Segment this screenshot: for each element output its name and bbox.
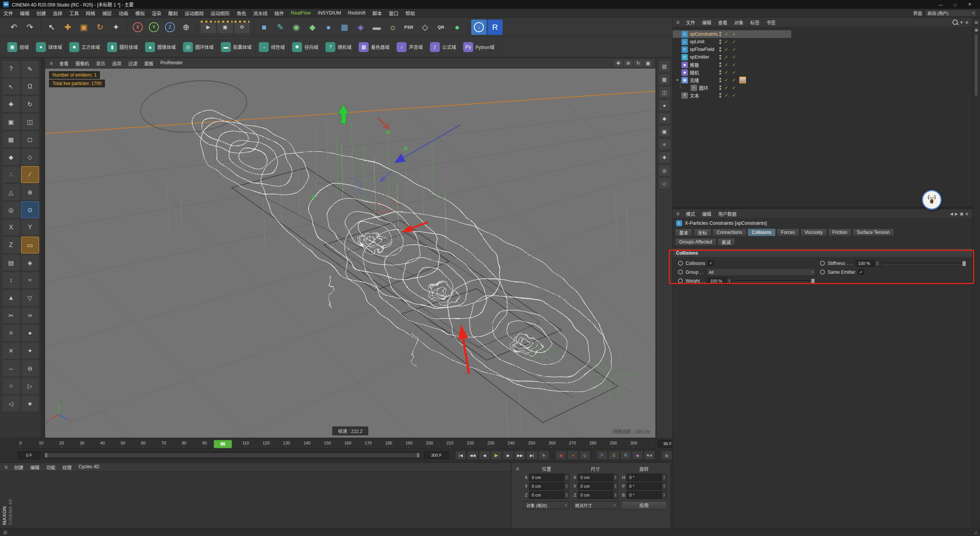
maximize-button[interactable]: □ (948, 0, 962, 9)
weight-field[interactable]: 100 %▲▼ (707, 278, 732, 284)
object-name[interactable]: 圆环 (699, 85, 708, 91)
spinner-icon[interactable]: ▲▼ (613, 492, 618, 498)
object-row[interactable]: T 文本 ✓ ✓ (673, 92, 791, 99)
xpresso-icon[interactable]: ◎ (658, 165, 671, 176)
am-menu-item[interactable]: 编辑 (699, 211, 715, 217)
object-name[interactable]: 文本 (690, 92, 699, 99)
spinner-icon[interactable]: ▲▼ (727, 278, 732, 284)
extrude-icon[interactable]: ▲ (2, 289, 20, 306)
menu-item[interactable]: 脚本 (369, 9, 385, 17)
enable-axis-icon[interactable]: ⊕ (21, 184, 39, 201)
enable-check-2[interactable]: ✓ (732, 85, 737, 90)
viewport-canvas[interactable]: y x z (45, 68, 655, 438)
spline-pen-icon[interactable]: ✎ (273, 20, 288, 35)
spinner-icon[interactable]: ▲▼ (613, 474, 618, 481)
om-menu-item[interactable]: 标签 (747, 19, 763, 26)
enable-check-2[interactable]: ✓ (732, 62, 737, 67)
material-menu-item[interactable]: 纹理 (59, 464, 75, 471)
attribute-tab[interactable]: Collisions (748, 229, 776, 236)
rotate-tool-icon[interactable]: ↻ (92, 20, 108, 35)
layout-select[interactable]: 启动 (用户)▾ (925, 10, 977, 17)
qr-icon[interactable]: QR (433, 20, 449, 35)
panel-menu-icon[interactable]: ≣ (514, 466, 521, 471)
normals-icon[interactable]: ▷ (21, 377, 39, 394)
object-name[interactable]: xpFlowField (690, 47, 714, 52)
field-button[interactable]: → 线性域 (255, 39, 289, 55)
measure-icon[interactable]: ↔ (2, 360, 20, 377)
magnet-icon[interactable]: Ω (21, 78, 39, 95)
maximize-view-icon[interactable]: ▣ (644, 60, 652, 67)
array-tool-icon[interactable]: ▦ (337, 20, 352, 35)
dissolve-icon[interactable]: ✕ (2, 342, 20, 359)
position-field[interactable]: 0 cm▲▼ (529, 482, 569, 490)
visibility-dots[interactable] (719, 39, 721, 45)
viewport-menu-item[interactable]: 过滤 (125, 60, 141, 67)
menu-item[interactable]: 动画 (115, 9, 132, 17)
render-view-icon[interactable]: ▶ (201, 21, 216, 33)
x-axis-lock-icon[interactable]: X (130, 20, 145, 35)
attribute-tab[interactable]: 基本 (675, 229, 693, 236)
key-rotation-toggle[interactable]: R (620, 451, 631, 460)
attribute-tab[interactable]: Friction (828, 229, 851, 236)
solo-toggle[interactable]: ◎ (661, 451, 672, 460)
help-icon[interactable]: ? (2, 60, 20, 77)
close-hole-icon[interactable]: ● (21, 325, 39, 342)
enable-check-2[interactable]: ✓ (732, 39, 737, 44)
smooth-icon[interactable]: ≈ (21, 272, 39, 289)
spinner-icon[interactable]: ▲▼ (564, 492, 569, 498)
scrollbar[interactable] (975, 34, 978, 96)
timeline-tick[interactable]: 0 (20, 439, 41, 448)
move-tool-icon[interactable]: ✚ (60, 20, 75, 35)
deformer-icon[interactable]: ◈ (353, 20, 368, 35)
coords-mode-dropdown[interactable]: 对象 (相对)▾ (524, 501, 569, 509)
timeline-tick[interactable]: 60 (143, 439, 163, 448)
scale-axis-icon[interactable]: ▣ (2, 113, 20, 130)
xparticles-download-icon[interactable]: ↓ (471, 20, 487, 35)
expand-arrow[interactable]: ▾ (676, 78, 681, 82)
field-button[interactable]: ✱ 径向域 (289, 39, 322, 55)
keyframe-circle-icon[interactable] (678, 278, 683, 283)
field-button[interactable]: Py Python域 (460, 39, 498, 55)
add-cube-icon[interactable]: ■ (256, 20, 272, 35)
object-name[interactable]: xpEmitter (690, 54, 709, 60)
am-lock-icon[interactable]: ▣ (960, 212, 963, 216)
key-position-toggle[interactable]: P (596, 451, 608, 460)
polygons-mode-icon[interactable]: △ (2, 184, 20, 201)
lock-x-icon[interactable]: X (2, 219, 20, 236)
weight-slider[interactable] (735, 278, 815, 284)
make-editable-icon[interactable]: ◇ (21, 149, 39, 165)
console-icon[interactable]: ≡ (658, 139, 671, 150)
menu-item[interactable]: 网格 (82, 9, 99, 17)
keyframe-circle-icon[interactable] (678, 270, 683, 275)
goto-start-button[interactable]: |◀ (455, 451, 466, 460)
attribute-tab[interactable]: Forces (777, 229, 799, 236)
size-field[interactable]: 0 cm▲▼ (578, 482, 618, 490)
am-panel-menu-icon[interactable]: ≣ (965, 212, 969, 216)
enable-check[interactable]: ✓ (724, 85, 729, 90)
undo-icon[interactable]: ↶ (6, 20, 21, 35)
collisions-checkbox[interactable]: ✓ (708, 260, 714, 266)
menu-item[interactable]: 运动图形 (207, 9, 233, 17)
search-icon[interactable] (952, 20, 958, 25)
rotation-field[interactable]: 0 °▲▼ (627, 482, 667, 490)
menu-item[interactable]: 渲染 (148, 9, 165, 17)
menu-item[interactable]: 捕捉 (99, 9, 115, 17)
visibility-dots[interactable] (719, 31, 721, 37)
spinner-icon[interactable]: ▲▼ (564, 483, 569, 490)
autokey-button[interactable]: ● (567, 451, 578, 460)
menu-item[interactable]: 运动跟踪 (181, 9, 207, 17)
keyframe-circle-icon[interactable] (678, 261, 683, 266)
timeline-tick[interactable]: 80 (184, 439, 204, 448)
spinner-icon[interactable]: ▲▼ (875, 260, 880, 266)
coords-size-dropdown[interactable]: 绝对尺寸▾ (572, 501, 618, 509)
resize-grip[interactable]: ◢ (973, 529, 977, 535)
zoom-view-icon[interactable]: ⊕ (624, 60, 632, 67)
workplane-icon[interactable]: ▭ (21, 237, 39, 253)
spinner-icon[interactable]: ▲▼ (564, 474, 569, 481)
material-menu-item[interactable]: 编辑 (27, 464, 43, 471)
key-parameter-toggle[interactable]: ◆ (632, 451, 643, 460)
optimize-icon[interactable]: ✦ (21, 342, 39, 359)
bevel-icon[interactable]: ▽ (21, 289, 39, 306)
rotate-axis-icon[interactable]: ↻ (21, 96, 39, 113)
record-keyframe-button[interactable]: ◉ (555, 451, 567, 460)
